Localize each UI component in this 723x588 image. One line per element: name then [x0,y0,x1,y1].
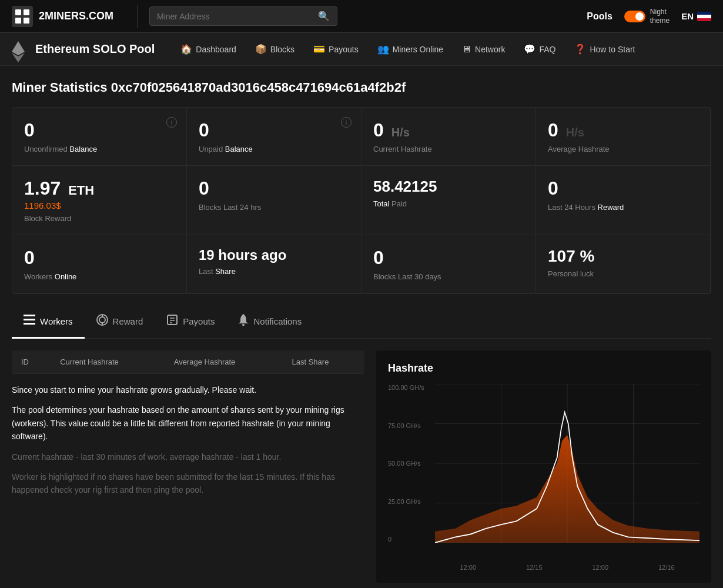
nav-link-payouts-label: Payouts [329,45,359,54]
top-nav: 2MINERS.COM 🔍 Pools Night theme EN [0,0,723,33]
pool-title-area: Ethereum SOLO Pool [12,41,155,58]
chart-section: Hashrate 100.00 GH/s 75.00 GH/s 50.00 GH… [376,350,711,583]
nav-divider [137,5,138,28]
top-nav-right: Pools Night theme EN [587,8,711,25]
stat-label-blocks-24h: Blocks Last 24 hrs [199,203,349,212]
worker-table: ID Current Hashrate Average Hashrate Las… [12,350,364,374]
stat-label-luck: Personal luck [548,269,698,278]
info-icon-unpaid[interactable]: i [341,117,352,128]
nav-links: 🏠 Dashboard 📦 Blocks 💳 Payouts 👥 Miners … [172,39,643,59]
stat-label-unconfirmed: Unconfirmed Balance [24,145,175,153]
nav-link-faq-label: FAQ [539,45,555,54]
tab-workers[interactable]: Workers [12,306,85,339]
notifications-tab-icon [238,314,249,329]
stat-blocks-30d: 0 Blocks Last 30 days [362,235,536,293]
nav-link-network-label: Network [475,45,505,54]
stat-label-current-hash: Current Hashrate [373,145,524,153]
nav-link-blocks[interactable]: 📦 Blocks [247,39,303,59]
tab-reward-label: Reward [113,316,143,326]
y-label-100: 100.00 GH/s [388,384,430,391]
logo-text: 2MINERS.COM [39,10,113,22]
stat-current-hashrate: 0 H/s Current Hashrate [362,108,536,166]
svg-point-10 [99,317,105,323]
stat-label-total-paid: Total Paid [373,199,524,208]
lang-code: EN [681,11,694,21]
nav-link-how-to-start[interactable]: ❓ How to Start [566,39,643,59]
col-last-share: Last Share [283,350,365,374]
stat-value-last-share: 19 hours ago [199,247,349,263]
stat-value-blocks-30d: 0 [373,247,524,269]
stat-unpaid-balance: i 0 Unpaid Balance [187,108,362,166]
info-text-4: Worker is highlighted if no shares have … [12,470,364,497]
svg-marker-4 [12,41,25,55]
language-selector[interactable]: EN [681,11,711,21]
svg-rect-0 [15,9,21,15]
x-label-3: 12:00 [592,564,608,571]
x-label-2: 12/15 [526,564,543,571]
how-to-start-icon: ❓ [574,44,586,55]
col-average-hashrate: Average Hashrate [165,350,283,374]
nav-link-payouts[interactable]: 💳 Payouts [305,39,367,59]
stat-label-avg-hash: Average Hashrate [548,145,698,153]
tab-payouts-label: Payouts [183,316,215,326]
main-content: Miner Statistics 0xc70f025641870ad3016c4… [0,66,723,588]
tab-notifications-label: Notifications [253,316,302,326]
hashrate-chart-svg [435,384,699,543]
nav-link-dashboard[interactable]: 🏠 Dashboard [172,39,245,59]
stat-sub-block-reward: 1196.03$ [24,201,175,211]
stat-value-unpaid: 0 [199,119,349,141]
search-bar[interactable]: 🔍 [149,6,337,26]
svg-rect-8 [24,323,35,325]
stat-blocks-24h: 0 Blocks Last 24 hrs [187,166,362,235]
nav-link-miners-online[interactable]: 👥 Miners Online [369,39,451,59]
stat-block-reward: 1.97 ETH 1196.03$ Block Reward [12,166,187,235]
info-text-1: Since you start to mine your hashrate gr… [12,383,364,396]
pools-button[interactable]: Pools [587,11,612,22]
stat-value-current-hash: 0 H/s [373,119,524,141]
stat-value-total-paid: 58.42125 [373,178,524,196]
search-input[interactable] [157,12,318,21]
toggle-switch[interactable] [624,11,645,22]
y-label-50: 50.00 GH/s [388,460,430,467]
svg-rect-17 [242,324,245,326]
logo-area: 2MINERS.COM [12,6,113,27]
chart-x-labels: 12:00 12/15 12:00 12/16 [388,564,699,571]
network-icon: 🖥 [462,44,471,55]
info-icon-unconfirmed[interactable]: i [166,117,177,128]
stat-personal-luck: 107 % Personal luck [536,235,711,293]
tab-notifications[interactable]: Notifications [226,306,313,339]
info-text-2: The pool determines your hashrate based … [12,403,364,443]
svg-rect-2 [15,18,21,24]
stat-value-avg-hash: 0 H/s [548,119,698,141]
chart-area: 100.00 GH/s 75.00 GH/s 50.00 GH/s 25.00 … [388,384,699,560]
stat-value-workers: 0 [24,247,175,269]
svg-rect-6 [24,315,35,316]
svg-rect-3 [24,18,29,24]
x-label-1: 12:00 [460,564,476,571]
miners-online-icon: 👥 [377,44,389,55]
tab-reward[interactable]: Reward [85,306,155,339]
stat-label-block-reward: Block Reward [24,214,175,223]
stat-value-last24h: 0 [548,178,698,199]
svg-rect-7 [24,319,35,320]
dashboard-icon: 🏠 [180,44,192,55]
x-label-4: 12/16 [658,564,675,571]
stat-label-unpaid: Unpaid Balance [199,145,349,153]
table-section: ID Current Hashrate Average Hashrate Las… [12,350,364,583]
stat-label-last-share: Last Share [199,267,349,276]
miner-title: Miner Statistics 0xc70f025641870ad3016c4… [12,80,711,95]
content-area: ID Current Hashrate Average Hashrate Las… [12,339,711,583]
nav-link-faq[interactable]: 💬 FAQ [516,39,564,59]
stat-value-block-reward: 1.97 ETH [24,178,175,199]
night-theme-label: Night theme [650,8,670,25]
info-text-3: Current hashrate - last 30 minutes of wo… [12,450,364,463]
stat-unconfirmed-balance: i 0 Unconfirmed Balance [12,108,187,166]
nav-link-blocks-label: Blocks [270,45,294,54]
col-id: ID [12,350,51,374]
night-theme-toggle[interactable]: Night theme [624,8,670,25]
tab-payouts[interactable]: Payouts [155,306,226,339]
nav-link-network[interactable]: 🖥 Network [454,39,513,59]
stat-label-blocks-30d: Blocks Last 30 days [373,272,524,281]
search-icon: 🔍 [318,11,330,22]
eth-icon [12,41,28,58]
